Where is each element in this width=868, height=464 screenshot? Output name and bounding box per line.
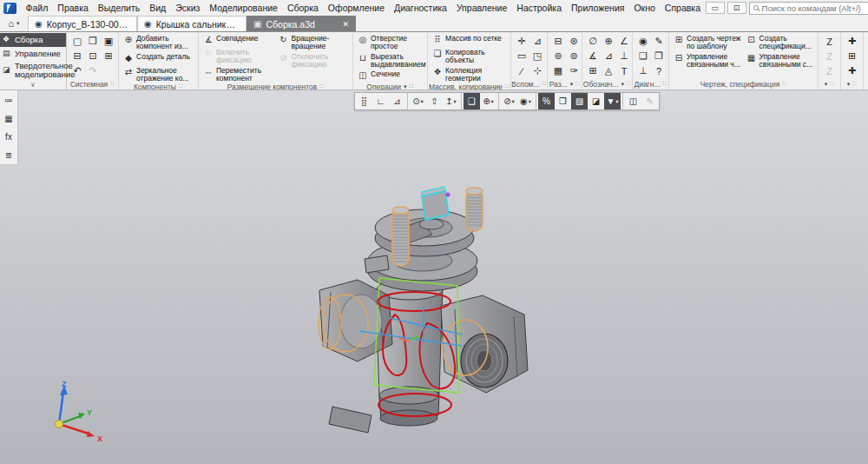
view-toolbar-button[interactable]: ⊿ bbox=[389, 93, 405, 109]
menu-item[interactable]: Справка bbox=[660, 2, 705, 14]
flange-tab[interactable] bbox=[329, 407, 372, 433]
ribbon-text-button[interactable]: ⊕ Добавить компонент из... bbox=[122, 34, 195, 52]
app-logo-icon[interactable] bbox=[3, 3, 16, 14]
ribbon-icon-button[interactable]: ◉ bbox=[635, 34, 651, 49]
document-tab[interactable]: ◉ Корпус_В-130-005.m... bbox=[28, 16, 137, 31]
ribbon-text-button[interactable]: ↻ Вращение-вращение bbox=[277, 34, 351, 52]
ribbon-icon-button[interactable]: ⊡ bbox=[85, 49, 101, 63]
ribbon-icon-button[interactable]: ↷ bbox=[85, 63, 101, 78]
view-toolbar-button[interactable]: ▨ bbox=[571, 93, 588, 109]
ribbon-icon-button[interactable]: ❒ bbox=[85, 34, 101, 49]
ribbon-icon-button[interactable]: T bbox=[616, 63, 632, 78]
ribbon-text-button[interactable]: ⠿ Массив по сетке bbox=[431, 34, 508, 48]
group-handle[interactable]: ∷ bbox=[663, 80, 667, 88]
ribbon-icon-button[interactable]: Z bbox=[821, 49, 838, 63]
menu-item[interactable]: Файл bbox=[21, 2, 53, 14]
ribbon-collapse-button[interactable]: ∨ bbox=[0, 80, 66, 90]
ribbon-icon-button[interactable]: ↶ bbox=[69, 63, 85, 78]
group-handle[interactable]: ∷ bbox=[110, 80, 115, 88]
side-panel-button[interactable]: ≣ bbox=[2, 148, 16, 162]
ribbon-icon-button[interactable]: ⊟ bbox=[550, 34, 566, 49]
ribbon-icon-button[interactable]: ❐ bbox=[651, 49, 667, 63]
document-tab[interactable]: ▣ Сборка.a3d ✕ bbox=[247, 16, 356, 31]
menu-item[interactable]: Окно bbox=[629, 2, 660, 14]
ribbon-text-button[interactable]: ⚐ Включить фиксацию bbox=[201, 48, 275, 66]
ribbon-icon-button[interactable]: ∕ bbox=[514, 63, 529, 78]
menu-item[interactable]: Диагностика bbox=[390, 2, 452, 14]
group-dropdown-icon[interactable]: ▾ bbox=[404, 83, 407, 89]
ribbon-text-button[interactable]: ⊟ Управление связанными ч... bbox=[672, 52, 743, 70]
chevron-down-icon[interactable]: ▾ bbox=[529, 98, 531, 105]
ribbon-text-button[interactable]: ◫ Сечение bbox=[356, 70, 428, 83]
group-handle[interactable]: ∷ bbox=[542, 80, 547, 88]
view-toolbar-button[interactable]: % bbox=[538, 93, 555, 109]
ribbon-icon-button[interactable]: ▢ bbox=[69, 34, 85, 49]
group-handle[interactable]: ∷ bbox=[575, 80, 580, 88]
ribbon-icon-button[interactable]: ∠ bbox=[616, 34, 632, 49]
chevron-down-icon[interactable]: ▾ bbox=[421, 98, 424, 105]
view-toolbar-button[interactable]: ❒ bbox=[555, 93, 571, 109]
3d-model-scene[interactable]: Z Y X bbox=[0, 90, 868, 464]
menu-item[interactable]: Выделить bbox=[93, 2, 144, 14]
ribbon-icon-button[interactable]: Z bbox=[821, 63, 838, 78]
ribbon-icon-button[interactable]: ∡ bbox=[585, 49, 601, 63]
ribbon-icon-button[interactable]: ⊟ bbox=[69, 49, 85, 63]
ribbon-icon-button[interactable]: ⊜ bbox=[566, 49, 582, 63]
ribbon-icon-button[interactable]: ❏ bbox=[635, 49, 651, 63]
left-stud[interactable] bbox=[392, 207, 409, 266]
ribbon-tab[interactable]: ▤ Управление bbox=[0, 47, 66, 61]
group-dropdown-icon[interactable]: ▾ bbox=[621, 81, 625, 88]
ribbon-icon-button[interactable]: ✑ bbox=[566, 63, 582, 78]
ribbon-icon-button[interactable]: ? bbox=[651, 63, 667, 78]
side-panel-button[interactable]: ≔ bbox=[2, 93, 16, 107]
left-hex-fitting[interactable] bbox=[319, 280, 392, 361]
view-toolbar-button[interactable]: ✎ bbox=[641, 93, 658, 109]
ribbon-text-button[interactable]: ◆ Создать деталь bbox=[122, 52, 195, 66]
ribbon-text-button[interactable]: ⊡ Создать спецификаци... bbox=[745, 34, 816, 52]
group-handle[interactable]: ∷ bbox=[505, 83, 510, 89]
side-panel-button[interactable]: fx bbox=[2, 129, 16, 143]
menu-item[interactable]: Вид bbox=[145, 2, 171, 14]
side-panel-button[interactable]: ▦ bbox=[2, 111, 16, 125]
titlebar-button[interactable]: ▭ bbox=[706, 2, 725, 14]
ribbon-icon-button[interactable]: ⊹ bbox=[529, 63, 545, 78]
document-tab[interactable]: ◉ Крышка сальника _... bbox=[137, 16, 247, 31]
home-tab-button[interactable]: ⌂ ▾ bbox=[0, 16, 28, 31]
group-handle[interactable]: ∷ bbox=[179, 83, 183, 89]
view-toolbar-button[interactable]: ◪ bbox=[588, 93, 604, 109]
ribbon-text-button[interactable]: ❖ Коллекция геометрии bbox=[431, 66, 508, 84]
ribbon-icon-button[interactable]: ⊚ bbox=[550, 49, 566, 63]
chevron-down-icon[interactable]: ▾ bbox=[491, 98, 494, 105]
ribbon-icon-button[interactable]: ⊿ bbox=[601, 49, 616, 63]
ribbon-text-button[interactable]: ⊞ Создать чертеж по шаблону bbox=[672, 34, 743, 52]
ribbon-text-button[interactable]: ⊔ Вырезать выдавливанием bbox=[356, 52, 428, 70]
view-toolbar-button[interactable]: ⣿ bbox=[356, 93, 372, 109]
command-search[interactable] bbox=[749, 2, 868, 15]
ribbon-tab[interactable]: ◪ Твердотельное моделирование bbox=[0, 61, 66, 80]
3d-viewport[interactable]: Z Y X ≔▦fx≣ ⣿ ∟ ⊿ ⊙ ▾ ⇧ bbox=[0, 90, 868, 464]
menu-item[interactable]: Оформление bbox=[323, 2, 389, 14]
menu-item[interactable]: Сборка bbox=[282, 2, 323, 14]
search-input[interactable] bbox=[762, 3, 868, 13]
ribbon-icon-button[interactable]: ⊞ bbox=[585, 63, 601, 78]
menu-item[interactable]: Настройка bbox=[512, 2, 567, 14]
view-toolbar-button[interactable]: ⇧ bbox=[426, 93, 443, 109]
ribbon-text-button[interactable]: ❏ Копировать объекты bbox=[431, 48, 508, 66]
ribbon-text-button[interactable]: ⇄ Зеркальное отражение ко... bbox=[122, 66, 195, 84]
ribbon-icon-button[interactable]: ⊛ bbox=[566, 34, 582, 49]
group-handle[interactable]: ∷ bbox=[830, 80, 834, 88]
menu-item[interactable]: Управление bbox=[451, 2, 511, 14]
square-stem-selected[interactable] bbox=[422, 187, 450, 220]
view-toolbar-button[interactable]: ◫ bbox=[625, 93, 641, 109]
view-toolbar-button[interactable]: ⊘ ▾ bbox=[501, 93, 517, 109]
ribbon-text-button[interactable]: ⇔ Переместить компонент bbox=[201, 66, 275, 84]
ribbon-icon-button[interactable]: ∅ bbox=[585, 34, 601, 49]
chevron-down-icon[interactable]: ▾ bbox=[512, 98, 515, 105]
ribbon-icon-button[interactable]: ▦ bbox=[550, 63, 566, 78]
group-handle[interactable]: ∷ bbox=[319, 83, 324, 89]
tab-close-icon[interactable]: ✕ bbox=[342, 20, 349, 29]
ribbon-icon-button[interactable]: ✚ bbox=[844, 34, 860, 49]
ribbon-icon-button[interactable]: ⊞ bbox=[844, 49, 860, 63]
menu-item[interactable]: Эскиз bbox=[171, 2, 205, 14]
view-toolbar-button[interactable]: ↥ ▾ bbox=[443, 93, 459, 109]
